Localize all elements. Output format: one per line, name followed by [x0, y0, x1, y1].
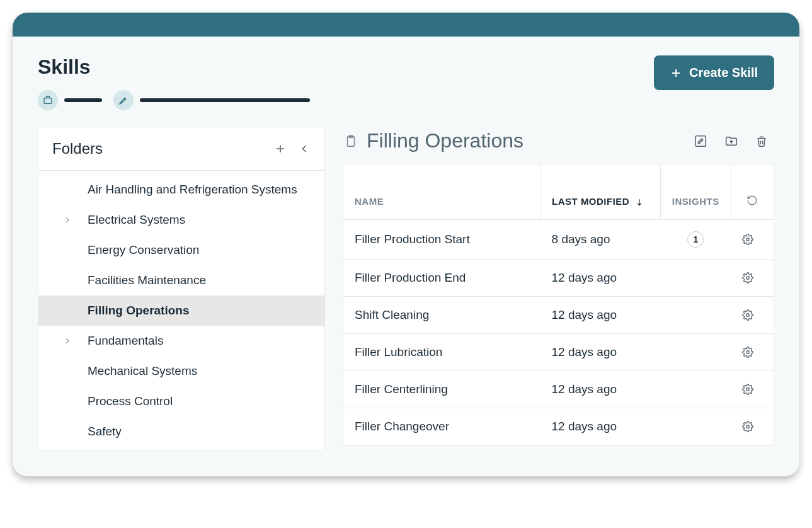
- chevron-right-icon: [61, 336, 74, 345]
- folder-label: Energy Conservation: [76, 243, 199, 257]
- plus-icon: [670, 67, 682, 79]
- svg-point-7: [746, 351, 750, 354]
- cell-actions: [731, 220, 774, 260]
- folder-item[interactable]: Air Handling and Refrigeration Systems: [38, 175, 324, 205]
- main-header: Filling Operations: [343, 127, 774, 164]
- cell-actions: [731, 297, 774, 334]
- cell-last-modified: 12 days ago: [540, 297, 661, 334]
- svg-point-6: [746, 314, 750, 317]
- svg-rect-3: [695, 135, 706, 146]
- folder-label: Facilities Maintenance: [76, 273, 206, 287]
- app-window: Skills Create Skill: [13, 13, 799, 476]
- window-topbar: [13, 13, 799, 37]
- folder-list: Air Handling and Refrigeration SystemsEl…: [38, 171, 324, 451]
- main-title: Filling Operations: [367, 129, 523, 152]
- sidebar-title: Folders: [52, 140, 103, 158]
- folder-label: Mechanical Systems: [76, 364, 197, 378]
- delete-button[interactable]: [755, 134, 768, 148]
- cell-name: Filler Changeover: [343, 408, 540, 445]
- svg-point-5: [746, 277, 750, 280]
- content-body: Folders Air Handling and Refrigeration S…: [13, 122, 799, 476]
- cell-insights: [660, 297, 731, 334]
- svg-point-4: [746, 238, 750, 241]
- cell-insights: 1: [660, 220, 731, 260]
- upload-button[interactable]: [724, 134, 739, 148]
- folder-item[interactable]: Energy Conservation: [38, 235, 324, 265]
- column-header-name[interactable]: NAME: [343, 164, 540, 220]
- table-row[interactable]: Shift Cleaning12 days ago: [343, 297, 774, 334]
- folder-item[interactable]: Safety: [38, 416, 324, 447]
- row-settings-button[interactable]: [742, 272, 762, 284]
- page-title: Skills: [38, 55, 654, 79]
- cell-name: Filler Lubrication: [343, 334, 540, 371]
- cell-actions: [731, 371, 774, 408]
- cell-insights: [660, 371, 731, 408]
- cell-last-modified: 12 days ago: [540, 260, 661, 297]
- folder-item[interactable]: Fundamentals: [38, 326, 324, 356]
- row-settings-button[interactable]: [742, 347, 762, 358]
- table-row[interactable]: Filler Lubrication12 days ago: [343, 334, 774, 371]
- cell-last-modified: 8 days ago: [540, 220, 661, 260]
- column-header-insights[interactable]: INSIGHTS: [660, 164, 731, 220]
- table-row[interactable]: Filler Changeover12 days ago: [343, 408, 774, 445]
- svg-point-9: [746, 425, 750, 428]
- reset-icon: [746, 195, 758, 206]
- cell-actions: [731, 408, 774, 445]
- folder-item[interactable]: Filling Operations: [38, 296, 324, 326]
- folder-item[interactable]: Mechanical Systems: [38, 356, 324, 386]
- table-row[interactable]: Filler Centerlining12 days ago: [343, 371, 774, 408]
- folder-label: Fundamentals: [76, 334, 163, 348]
- add-folder-button[interactable]: [274, 142, 287, 155]
- cell-actions: [731, 260, 774, 297]
- main-panel: Filling Operations NA: [343, 127, 774, 445]
- folder-label: Filling Operations: [76, 304, 190, 318]
- create-skill-button[interactable]: Create Skill: [654, 55, 774, 90]
- skills-table: NAME LAST MODIFIED INSIGHTS: [343, 164, 774, 445]
- cell-last-modified: 12 days ago: [540, 334, 661, 371]
- insight-badge: 1: [687, 231, 704, 248]
- column-header-reset[interactable]: [731, 164, 774, 220]
- pencil-icon: [113, 90, 134, 110]
- column-header-last-modified[interactable]: LAST MODIFIED: [540, 164, 661, 220]
- row-settings-button[interactable]: [742, 234, 762, 245]
- folder-label: Safety: [76, 425, 122, 439]
- cell-insights: [660, 334, 731, 371]
- cell-name: Filler Production Start: [343, 220, 540, 260]
- cell-actions: [731, 334, 774, 371]
- clipboard-icon: [344, 133, 358, 149]
- table-row[interactable]: Filler Production Start8 days ago1: [343, 220, 774, 260]
- sidebar-header: Folders: [38, 127, 324, 171]
- tab-placeholder-line: [140, 98, 310, 102]
- sort-desc-icon: [635, 198, 644, 207]
- cell-name: Shift Cleaning: [343, 297, 540, 334]
- cell-insights: [660, 408, 731, 445]
- cell-name: Filler Centerlining: [343, 371, 540, 408]
- cell-last-modified: 12 days ago: [540, 371, 661, 408]
- folder-label: Air Handling and Refrigeration Systems: [76, 183, 297, 197]
- svg-rect-0: [44, 98, 52, 104]
- cell-last-modified: 12 days ago: [540, 408, 661, 445]
- tab-item-edit[interactable]: [113, 90, 310, 110]
- chevron-right-icon: [61, 215, 74, 224]
- folder-label: Process Control: [76, 394, 173, 408]
- table-row[interactable]: Filler Production End12 days ago: [343, 260, 774, 297]
- folder-item[interactable]: Electrical Systems: [38, 205, 324, 235]
- page-header: Skills Create Skill: [13, 37, 799, 122]
- cell-insights: [660, 260, 731, 297]
- folder-item[interactable]: Facilities Maintenance: [38, 265, 324, 296]
- row-settings-button[interactable]: [742, 421, 762, 432]
- folders-sidebar: Folders Air Handling and Refrigeration S…: [38, 127, 325, 451]
- tab-item-view[interactable]: [38, 90, 102, 110]
- cell-name: Filler Production End: [343, 260, 540, 297]
- create-skill-label: Create Skill: [689, 66, 758, 80]
- row-settings-button[interactable]: [742, 384, 762, 395]
- collapse-sidebar-button[interactable]: [298, 142, 311, 155]
- folder-label: Electrical Systems: [76, 213, 185, 227]
- svg-point-8: [746, 388, 750, 391]
- edit-folder-button[interactable]: [694, 134, 707, 148]
- folder-item[interactable]: Process Control: [38, 386, 324, 416]
- tab-placeholder-line: [64, 98, 102, 102]
- row-settings-button[interactable]: [742, 309, 762, 321]
- tab-strip: [38, 90, 654, 110]
- briefcase-icon: [38, 90, 58, 110]
